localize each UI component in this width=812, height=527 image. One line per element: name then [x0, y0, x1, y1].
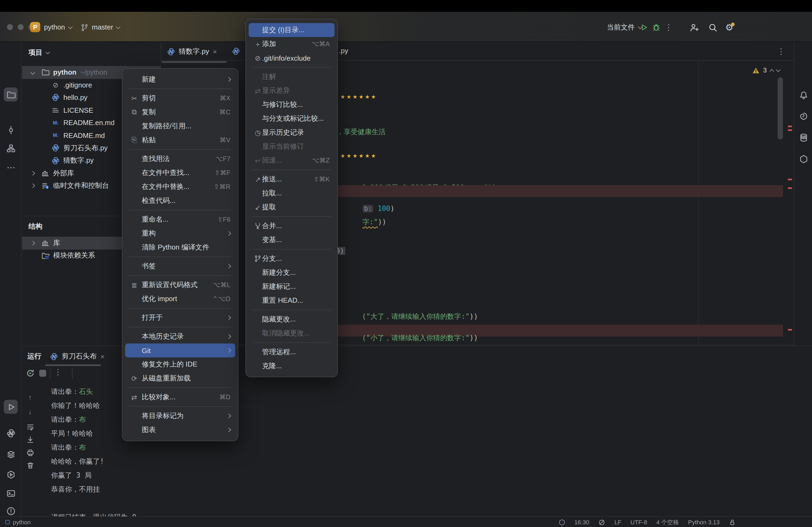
notifications-tool-button[interactable]: [796, 88, 810, 102]
run-more-button[interactable]: ⋮: [54, 367, 62, 376]
chevron-right-icon[interactable]: [31, 183, 35, 188]
structure-tool-button[interactable]: [4, 141, 18, 155]
project-tool-button[interactable]: [4, 88, 18, 102]
stop-button[interactable]: [39, 370, 46, 377]
tab-guess-number[interactable]: 猜数字.py ×: [167, 42, 217, 61]
problems-tool-button[interactable]: [4, 504, 18, 518]
context-menu-item[interactable]: Git: [125, 344, 235, 358]
context-menu-item[interactable]: 查找用法⌥F7: [125, 152, 235, 166]
git-submenu-item[interactable]: 提交 (I)目录...: [249, 23, 335, 37]
run-configuration-selector[interactable]: 当前文件: [607, 23, 642, 32]
run-button[interactable]: [639, 22, 649, 33]
hexagon-icon[interactable]: [558, 519, 565, 526]
context-menu-item[interactable]: 书签: [125, 259, 235, 273]
status-encoding[interactable]: UTF-8: [630, 519, 647, 525]
tab-label-partial[interactable]: .py: [339, 47, 348, 55]
scroll-to-end-icon[interactable]: [24, 434, 36, 446]
context-menu-item[interactable]: ≣重新设置代码格式⌥⌘L: [125, 278, 235, 292]
next-warning-icon[interactable]: [776, 67, 780, 72]
terminal-tool-button[interactable]: [4, 486, 18, 500]
git-submenu-item[interactable]: 新建分支...: [249, 266, 335, 280]
context-menu-item[interactable]: 修复文件上的 IDE: [125, 358, 235, 371]
more-tool-windows-tool-button[interactable]: [4, 161, 18, 175]
python-packages-tool-button[interactable]: [4, 426, 18, 440]
window-minimize-button[interactable]: [18, 24, 24, 30]
tab-list-icon[interactable]: ⋮: [777, 47, 785, 56]
context-menu-item[interactable]: ⧉复制⌘C: [125, 105, 235, 119]
tab-rock-paper-scissors[interactable]: [232, 47, 240, 55]
settings-button[interactable]: ⚙: [724, 22, 735, 33]
status-interpreter[interactable]: Python 3.13: [688, 519, 720, 525]
prev-warning-icon[interactable]: [769, 69, 774, 74]
context-menu-item[interactable]: 在文件中替换...⇧⌘R: [125, 180, 235, 194]
git-submenu-item[interactable]: 新建标记...: [249, 280, 335, 293]
project-selector[interactable]: python: [44, 23, 72, 32]
context-menu-item[interactable]: ⟳从磁盘重新加载: [125, 371, 235, 385]
close-icon[interactable]: ×: [100, 352, 104, 360]
context-menu-item[interactable]: ⇄比较对象...⌘D: [125, 390, 235, 404]
git-submenu-item[interactable]: 与修订比较...: [249, 98, 335, 111]
git-submenu-item[interactable]: 显示当前修订: [249, 139, 335, 153]
git-submenu-item[interactable]: 变基...: [249, 233, 335, 247]
git-submenu-item[interactable]: 与分支或标记比较...: [249, 111, 335, 125]
git-submenu-item[interactable]: 克隆...: [249, 359, 335, 373]
context-menu-item[interactable]: 在文件中查找...⇧⌘F: [125, 166, 235, 180]
git-submenu-item[interactable]: 重置 HEAD...: [249, 293, 335, 307]
run-tab[interactable]: 剪刀石头布 ×: [50, 346, 104, 366]
chevron-right-icon[interactable]: [31, 171, 35, 176]
context-menu-item[interactable]: 检查代码...: [125, 194, 235, 208]
commit-tool-button[interactable]: [4, 123, 18, 137]
status-project[interactable]: python: [5, 517, 31, 527]
window-close-button[interactable]: [7, 24, 13, 30]
git-submenu-item[interactable]: 合并...: [249, 219, 335, 233]
inspections-widget[interactable]: 3: [752, 65, 780, 76]
close-icon[interactable]: ×: [213, 47, 217, 56]
services-tool-button[interactable]: [4, 447, 18, 461]
git-submenu-item[interactable]: 分支...: [249, 252, 335, 266]
git-submenu-item[interactable]: 注解: [249, 70, 335, 84]
context-menu-item[interactable]: 优化 import⌃⌥O: [125, 292, 235, 306]
git-submenu-item[interactable]: ◷显示历史记录: [249, 125, 335, 139]
unlock-icon[interactable]: [729, 519, 736, 526]
git-submenu-item[interactable]: ↩回滚...⌥⌘Z: [249, 153, 335, 167]
python-console-tool-button[interactable]: [796, 152, 810, 166]
soft-wrap-icon[interactable]: [24, 421, 36, 433]
rerun-button[interactable]: [26, 369, 35, 378]
database-tool-button[interactable]: [796, 131, 810, 144]
ai-disabled-icon[interactable]: [598, 519, 605, 526]
status-time[interactable]: 16:30: [574, 519, 589, 525]
tab-scrollbar[interactable]: [162, 61, 227, 63]
git-submenu-item[interactable]: ↙提取: [249, 200, 335, 214]
git-submenu-item[interactable]: ⊘.git/info/exclude: [249, 51, 335, 65]
git-submenu-item[interactable]: 取消隐藏更改...: [249, 326, 335, 340]
context-menu-item[interactable]: 新建: [125, 73, 235, 86]
debug-button[interactable]: [651, 22, 662, 33]
context-menu-item[interactable]: 重命名...⇧F6: [125, 212, 235, 226]
chevron-right-icon[interactable]: [31, 241, 35, 245]
more-actions-button[interactable]: ⋮: [663, 22, 674, 33]
git-submenu-item[interactable]: ⇄显示差异: [249, 84, 335, 98]
git-submenu-item[interactable]: 管理远程...: [249, 345, 335, 359]
context-menu-item[interactable]: ✂剪切⌘X: [125, 91, 235, 105]
up-arrow-icon[interactable]: ↑: [24, 391, 36, 403]
run-tool-button[interactable]: [4, 400, 18, 414]
git-submenu-item[interactable]: 拉取...: [249, 186, 335, 200]
editor-scrollbar[interactable]: [778, 77, 783, 139]
context-menu-item[interactable]: 打开于: [125, 311, 235, 325]
search-everywhere-button[interactable]: [707, 22, 718, 33]
branch-selector[interactable]: master: [81, 23, 119, 32]
status-line-separator[interactable]: LF: [614, 519, 621, 525]
context-menu-item[interactable]: 清除 Python 编译文件: [125, 240, 235, 254]
context-menu-item[interactable]: ⎘粘贴⌘V: [125, 133, 235, 147]
print-icon[interactable]: [24, 447, 36, 458]
context-menu-item[interactable]: 本地历史记录: [125, 330, 235, 344]
project-panel-header[interactable]: 项目: [28, 47, 49, 59]
clear-console-icon[interactable]: [24, 460, 36, 471]
git-submenu-item[interactable]: 隐藏更改...: [249, 312, 335, 326]
project-badge[interactable]: P: [30, 22, 40, 32]
run-anything-tool-button[interactable]: [4, 467, 18, 481]
run-tab-scrollbar[interactable]: [45, 364, 101, 366]
context-menu-item[interactable]: 重构: [125, 226, 235, 240]
down-arrow-icon[interactable]: ↓: [24, 406, 36, 418]
chevron-down-icon[interactable]: [31, 70, 35, 75]
